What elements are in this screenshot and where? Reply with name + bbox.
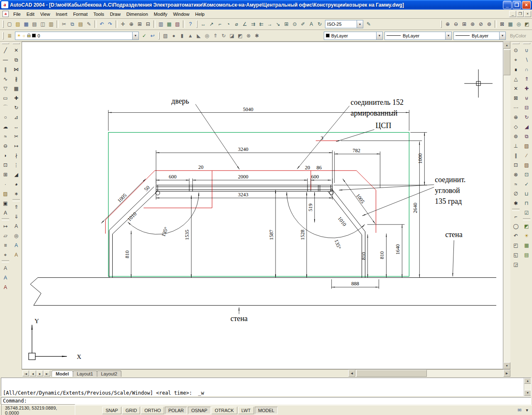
scale-tool[interactable]: ⊿ <box>11 112 21 122</box>
toolbar-grip[interactable] <box>441 20 442 28</box>
layer-control[interactable]: ☀ ☼ 0 ▼ <box>15 32 139 40</box>
save-button[interactable]: ▦ <box>22 20 30 28</box>
zoom-out-button[interactable]: ⊖ <box>452 20 460 28</box>
quick-dimension-button[interactable]: ⇉ <box>249 20 257 28</box>
statusbar-menu-button[interactable]: ▾ <box>523 407 531 414</box>
tangent-snap[interactable]: ⊚ <box>511 131 521 141</box>
menu-help[interactable]: Help <box>192 10 208 18</box>
trim-tool[interactable]: ✂ <box>11 131 21 141</box>
circle-tool[interactable]: ○ <box>0 112 10 122</box>
doc-restore-button[interactable]: ❐ <box>517 11 524 17</box>
locate-point-tool[interactable]: ⌖ <box>0 250 10 259</box>
insert-block-tool[interactable]: ⊡ <box>0 160 10 170</box>
none-snap[interactable]: ∅ <box>511 189 521 198</box>
horizontal-scroll-thumb[interactable] <box>356 370 427 377</box>
region-tool[interactable]: ▣ <box>0 198 10 208</box>
zoom-extents-button[interactable]: ⊠ <box>498 20 506 28</box>
fillet-tool[interactable]: ◕ <box>11 179 21 189</box>
nearest-snap[interactable]: ≈ <box>511 179 521 189</box>
redo-button[interactable]: ↷ <box>106 20 114 28</box>
edit-text-tool[interactable]: A <box>0 282 10 292</box>
distance-tool[interactable]: ↦ <box>0 221 10 231</box>
command-scrollbar[interactable]: ▲ ▼ <box>524 378 531 396</box>
doc-minimize-button[interactable]: _ <box>509 11 516 17</box>
copy-faces-button[interactable]: ⧉ <box>522 131 532 141</box>
aligned-dimension-button[interactable]: ↗ <box>207 20 216 28</box>
scale-text-tool[interactable]: A <box>11 240 21 250</box>
construction-line-tool[interactable]: — <box>0 55 10 64</box>
list-tool[interactable]: ≡ <box>0 240 10 250</box>
dimension-edit-button[interactable]: ✐ <box>299 20 307 28</box>
toolbar-grip[interactable] <box>12 43 20 44</box>
move-tool[interactable]: ✚ <box>11 93 21 103</box>
color-control[interactable]: ByLayer ▼ <box>324 32 383 40</box>
toolbar-grip[interactable] <box>523 43 530 44</box>
toolbar-grip[interactable] <box>2 43 9 44</box>
help-button[interactable]: ? <box>186 20 195 28</box>
scroll-up-icon[interactable]: ▲ <box>524 378 531 384</box>
delete-faces-button[interactable]: ⊟ <box>522 103 532 112</box>
zoom-realtime-button[interactable]: ⊕ <box>127 20 135 28</box>
tab-next-button[interactable]: ▶ <box>37 371 43 376</box>
drawing-vertical-scrollbar[interactable]: ▲ ▼ <box>503 42 510 369</box>
close-button[interactable]: × <box>522 1 531 9</box>
toolbar-grip[interactable] <box>512 43 520 44</box>
toolbar-grip[interactable] <box>158 32 160 40</box>
undo-button[interactable]: ↶ <box>98 20 106 28</box>
dimension-lines[interactable] <box>101 110 427 289</box>
extend-tool[interactable]: ↦ <box>11 141 21 151</box>
lwt-toggle[interactable]: LWT <box>238 407 254 414</box>
arc-tool[interactable]: ⌒ <box>0 103 10 112</box>
chamfer-tool[interactable]: ◢ <box>11 170 21 179</box>
background-button[interactable]: ▤ <box>522 250 532 259</box>
midpoint-snap[interactable]: △ <box>511 74 521 84</box>
communication-center-icon[interactable]: ✉ <box>516 407 523 414</box>
solid-box-button[interactable]: ▧ <box>161 32 170 40</box>
copy-object-tool[interactable]: ⧉ <box>11 55 21 64</box>
dimension-style-button[interactable]: ✎ <box>365 20 373 28</box>
mirror-tool[interactable]: ⋈ <box>11 64 21 74</box>
layer-previous-button[interactable]: ↩ <box>148 32 157 40</box>
zoom-window-2-button[interactable]: ⊞ <box>460 20 468 28</box>
apparent-intersection-snap[interactable]: ⊠ <box>511 93 521 103</box>
find-replace-tool[interactable]: ◎ <box>11 231 21 240</box>
toolbar-grip[interactable] <box>2 32 4 40</box>
menu-insert[interactable]: Insert <box>53 10 70 18</box>
zoom-dynamic-button[interactable]: ⊛ <box>468 20 477 28</box>
ortho-toggle[interactable]: ORTHO <box>141 407 164 414</box>
linetype-control[interactable]: ByLayer ▼ <box>384 32 452 40</box>
solid-wedge-button[interactable]: ◣ <box>195 32 203 40</box>
menu-file[interactable]: File <box>10 10 24 18</box>
color-faces-button[interactable]: ▧ <box>522 141 532 151</box>
diameter-dimension-button[interactable]: ⌀ <box>232 20 241 28</box>
chevron-down-icon[interactable]: ▼ <box>132 32 138 40</box>
interfere-button[interactable]: ⊗ <box>244 32 253 40</box>
imprint-button[interactable]: ⊡ <box>522 170 532 179</box>
lights-button[interactable]: ☀ <box>522 231 532 240</box>
doc-close-button[interactable]: × <box>524 11 531 17</box>
plot-preview-button[interactable]: ◫ <box>39 20 47 28</box>
ucs-object-button[interactable]: ◱ <box>511 250 521 259</box>
tab-model[interactable]: Model <box>52 371 73 377</box>
polygon-tool[interactable]: ▽ <box>0 84 10 93</box>
subtract-button[interactable]: ∖ <box>522 55 532 64</box>
solid-torus-button[interactable]: ◎ <box>203 32 211 40</box>
center-snap[interactable]: ⊕ <box>511 112 521 122</box>
break-tool[interactable]: ⋮ <box>11 160 21 170</box>
hatch-tool[interactable]: ▨ <box>0 189 10 198</box>
polar-toggle[interactable]: POLAR <box>165 407 187 414</box>
tab-layout2[interactable]: Layout2 <box>97 371 121 377</box>
polyline-tool[interactable]: ∿ <box>0 74 10 84</box>
offset-tool[interactable]: ∦ <box>11 74 21 84</box>
baseline-dimension-button[interactable]: ⇇ <box>257 20 266 28</box>
drawing-file-icon[interactable]: a <box>2 11 9 17</box>
line-tool[interactable]: ╱ <box>0 45 10 55</box>
scroll-up-icon[interactable]: ▲ <box>503 42 510 49</box>
rotate-faces-button[interactable]: ↻ <box>522 112 532 122</box>
drawing-canvas[interactable]: 5040 3240 782 3 20 20 86 600 2000 600 32… <box>22 42 503 369</box>
coordinates-display[interactable]: 35748.2130, 53219.0889, 0.0000 <box>1 404 75 415</box>
union-button[interactable]: ∪ <box>522 45 532 55</box>
ellipse-tool[interactable]: ⊖ <box>0 141 10 151</box>
paste-button[interactable]: ▤ <box>76 20 85 28</box>
slice-button[interactable]: ◪ <box>228 32 236 40</box>
